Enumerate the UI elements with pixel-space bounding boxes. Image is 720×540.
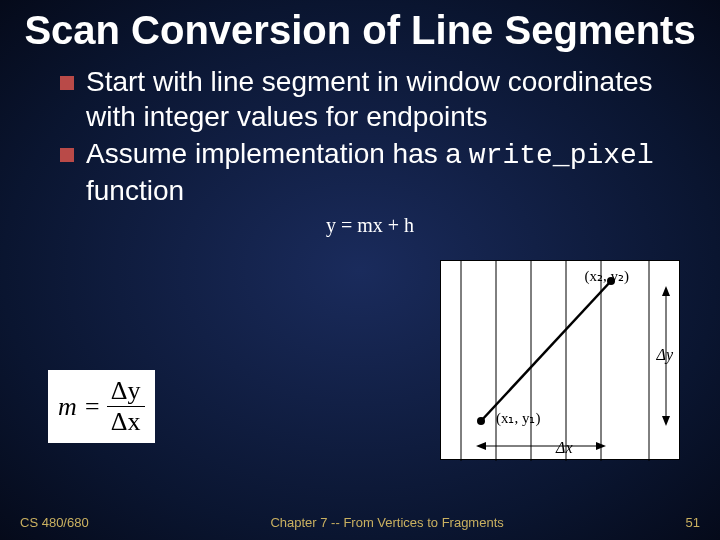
footer: CS 480/680 Chapter 7 -- From Vertices to… [0, 515, 720, 530]
code-write-pixel: write_pixel [469, 140, 654, 171]
formula-fraction: Δy Δx [107, 376, 145, 437]
svg-marker-13 [476, 442, 486, 450]
bullet-2: Assume implementation has a write_pixel … [60, 136, 680, 208]
bullet-1: Start with line segment in window coordi… [60, 64, 680, 134]
bullet-2-tail: function [86, 175, 184, 206]
label-dx: Δx [556, 439, 573, 457]
formula-lhs: m = [58, 392, 101, 422]
bullet-square-icon [60, 76, 74, 90]
line-diagram: (x₂, y₂) (x₁, y₁) Δy Δx [440, 260, 680, 460]
slope-formula: m = Δy Δx [48, 370, 155, 443]
svg-marker-10 [662, 286, 670, 296]
bullet-2-prefix: Assume implementation has a [86, 138, 469, 169]
footer-left: CS 480/680 [20, 515, 89, 530]
formula-numerator: Δy [107, 376, 145, 407]
label-dy: Δy [657, 346, 674, 364]
formula-denominator: Δx [107, 407, 145, 437]
bullet-square-icon [60, 148, 74, 162]
svg-line-6 [481, 281, 611, 421]
label-p1: (x₁, y₁) [496, 409, 541, 427]
bullet-1-text: Start with line segment in window coordi… [86, 64, 680, 134]
svg-point-7 [477, 417, 485, 425]
bullet-2-text: Assume implementation has a write_pixel … [86, 136, 680, 208]
footer-center: Chapter 7 -- From Vertices to Fragments [89, 515, 686, 530]
diagram-svg [441, 261, 681, 461]
label-p2: (x₂, y₂) [585, 267, 630, 285]
content-area: Start with line segment in window coordi… [0, 64, 720, 237]
footer-right: 51 [686, 515, 700, 530]
svg-marker-11 [662, 416, 670, 426]
line-equation: y = mx + h [60, 214, 680, 237]
slide-title: Scan Conversion of Line Segments [0, 0, 720, 64]
